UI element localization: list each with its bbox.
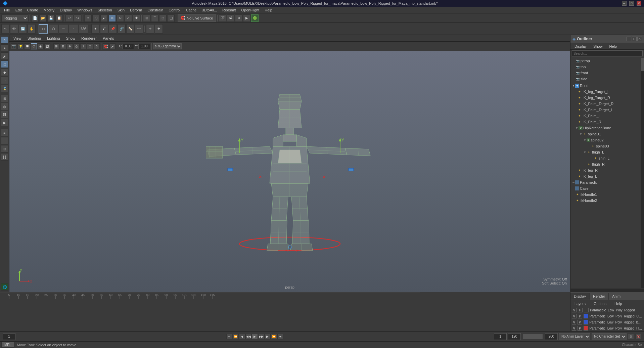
range-slider[interactable]: [523, 334, 543, 339]
left-tool-deform[interactable]: ⌛: [1, 85, 8, 92]
layer-v-contr[interactable]: V: [572, 314, 577, 318]
cross-btn[interactable]: ✚: [155, 24, 163, 34]
vp-smooth-btn[interactable]: ◉: [38, 43, 44, 49]
tree-item-ik-leg-ll[interactable]: ✦ IK_leg_L: [570, 173, 641, 179]
universal-tool[interactable]: ✚: [133, 14, 140, 22]
ik-handle-btn[interactable]: 〰: [135, 24, 143, 34]
left-tool-attr[interactable]: ⊟: [1, 145, 8, 153]
left-tool-polygon[interactable]: ◆: [1, 69, 8, 76]
tree-item-paramedic[interactable]: ─ Paramedic: [570, 179, 641, 185]
camera-dolly-btn[interactable]: 👁: [10, 24, 18, 34]
vp-snap-btn[interactable]: 🧲: [103, 43, 109, 49]
maximize-button[interactable]: □: [629, 1, 634, 6]
next-frame-btn[interactable]: ▶: [265, 334, 271, 339]
render-btn[interactable]: 🎬: [219, 14, 226, 22]
render-view[interactable]: 🟢: [251, 14, 259, 22]
go-start-btn[interactable]: ⏮: [226, 334, 232, 339]
vp-y-field[interactable]: [138, 44, 150, 49]
ipr-btn[interactable]: 📽: [227, 14, 234, 22]
menu-cache[interactable]: Cache: [183, 7, 199, 13]
mel-tab[interactable]: MEL: [1, 342, 14, 348]
save-as-button[interactable]: 📋: [55, 14, 63, 22]
tree-item-side[interactable]: 📷 side: [570, 76, 641, 82]
outliner-scrollbar-v[interactable]: [641, 58, 644, 288]
close-button[interactable]: ✕: [637, 1, 641, 6]
camera-orbit-btn[interactable]: 🔄: [19, 24, 27, 34]
character-set-dropdown[interactable]: No Character Set: [592, 333, 627, 340]
undo-button[interactable]: ↩: [66, 14, 73, 22]
open-button[interactable]: 📂: [39, 14, 47, 22]
vp-isolate-btn[interactable]: ◎: [74, 43, 80, 49]
tree-item-ik-palm-r[interactable]: ✦ IK_Palm_R: [570, 119, 641, 125]
select-mode-btn[interactable]: ↖: [1, 24, 9, 34]
menu-constrain[interactable]: Constrain: [145, 7, 166, 13]
vp-camera-btn[interactable]: 📷: [11, 43, 17, 49]
tree-item-ik-palm-l[interactable]: ✦ IK_Palm_L: [570, 113, 641, 119]
left-tool-layer[interactable]: ≡: [1, 129, 8, 136]
left-tool-select[interactable]: ↖: [1, 36, 8, 44]
scroll-thumb[interactable]: [641, 58, 644, 71]
minimize-button[interactable]: ─: [622, 1, 627, 6]
vp-menu-lighting[interactable]: Lighting: [44, 36, 63, 41]
tree-item-ik-leg-rr[interactable]: ✦ IK_leg_R: [570, 167, 641, 173]
redo-button[interactable]: ↪: [74, 14, 81, 22]
face-mode-btn[interactable]: ⬡: [49, 24, 58, 34]
outliner-menu-help[interactable]: Help: [607, 44, 620, 49]
move-tool[interactable]: ⊕: [108, 14, 116, 22]
current-frame-input[interactable]: [3, 333, 15, 340]
mode-dropdown[interactable]: Rigging: [1, 14, 28, 22]
left-tool-anim[interactable]: ▶: [1, 119, 8, 126]
tree-item-ikhandle1[interactable]: ✦ ikHandle1: [570, 191, 641, 198]
menu-display[interactable]: Display: [57, 7, 75, 13]
tree-item-shin-l[interactable]: ✦ shin_L: [570, 155, 641, 161]
play-ffwd-btn[interactable]: ▶▶: [258, 334, 264, 339]
menu-control[interactable]: Control: [166, 7, 183, 13]
layer-bones[interactable]: V P Paramedic_Low_Poly_Rigged_bones: [570, 319, 644, 325]
tab-render[interactable]: Render: [590, 293, 609, 300]
vp-hud-btn[interactable]: ⊟: [60, 43, 66, 49]
menu-skin[interactable]: Skin: [115, 7, 127, 13]
go-end-btn[interactable]: ⏭: [277, 334, 283, 339]
left-tool-nurbs[interactable]: ○: [1, 77, 8, 84]
menu-help[interactable]: Help: [262, 7, 275, 13]
tree-item-persp[interactable]: 📷 persp: [570, 58, 641, 64]
tree-item-ik-leg-l[interactable]: ✦ IK_leg_Target_L: [570, 89, 641, 95]
tree-item-top[interactable]: 📷 top: [570, 64, 641, 70]
layer-contr[interactable]: V P Paramedic_Low_Poly_Rigged_Contr: [570, 313, 644, 319]
vp-menu-shading[interactable]: Shading: [25, 36, 44, 41]
total-end-input[interactable]: [545, 333, 558, 340]
vp-res-hi[interactable]: 3: [94, 43, 100, 49]
tree-item-spine01[interactable]: ▼ ✦ spine01: [570, 131, 641, 137]
menu-3dtoall[interactable]: 3DtoAll...: [199, 7, 220, 13]
select-tool[interactable]: ✦: [84, 14, 92, 22]
outliner-search-input[interactable]: [572, 50, 643, 56]
anim-layer-dropdown[interactable]: No Anim Layer: [559, 333, 590, 340]
snap-surface[interactable]: ◫: [167, 14, 175, 22]
timeline-ruler[interactable]: 5 10 15 20 25 30 35 40 45: [0, 292, 570, 299]
options-menu[interactable]: Options: [591, 301, 609, 306]
tree-item-ik-palm-tr[interactable]: ✦ IK_Palm_Target_R: [570, 101, 641, 107]
viewport-3d[interactable]: Y Y: [9, 51, 570, 292]
tab-display[interactable]: Display: [570, 293, 590, 300]
tree-item-ik-leg-r[interactable]: ✦ IK_leg_Target_R: [570, 95, 641, 101]
left-tool-snap-view[interactable]: ◎: [1, 103, 8, 110]
vert-mode-btn[interactable]: ·: [69, 24, 78, 34]
outliner-menu-show[interactable]: Show: [591, 44, 605, 49]
plus-btn[interactable]: +: [146, 24, 154, 34]
playback-settings-btn[interactable]: ⚙: [628, 334, 634, 339]
sculpt-btn[interactable]: 🖌: [100, 24, 108, 34]
left-tool-camera[interactable]: 🌐: [1, 283, 8, 291]
tree-item-thigh-l[interactable]: ▼ ✦ thigh_L: [570, 149, 641, 155]
tree-item-hip[interactable]: ▼ ⊕ HipRotationBone: [570, 125, 641, 131]
render-settings[interactable]: ⚙: [235, 14, 242, 22]
outliner-menu-display[interactable]: Display: [572, 44, 589, 49]
tree-item-front[interactable]: 📷 front: [570, 70, 641, 76]
layer-v-bones[interactable]: V: [572, 320, 576, 324]
layer-p-helper[interactable]: P: [578, 326, 582, 331]
audio-btn[interactable]: 🔇: [635, 334, 641, 339]
snap-curve[interactable]: ⌒: [151, 14, 158, 22]
tree-item-root[interactable]: ▼ ◈ Root: [570, 83, 641, 89]
prev-frame-btn[interactable]: ◀: [239, 334, 245, 339]
vp-grid-btn[interactable]: ⊞: [53, 43, 59, 49]
render-seq[interactable]: ▶: [243, 14, 250, 22]
